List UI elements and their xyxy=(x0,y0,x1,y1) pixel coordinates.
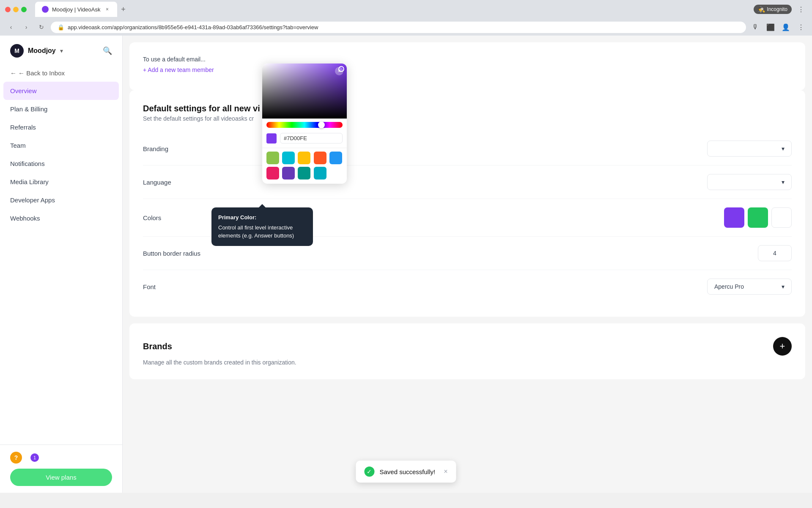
preset-amber[interactable] xyxy=(298,152,310,164)
sidebar-item-team[interactable]: Team xyxy=(0,136,122,155)
new-tab-button[interactable]: + xyxy=(117,3,129,15)
brands-section: Brands + Manage all the custom brands cr… xyxy=(129,323,805,379)
logo-letter: M xyxy=(14,47,19,54)
view-plans-label: View plans xyxy=(46,474,76,481)
forward-button[interactable]: › xyxy=(20,21,32,33)
hex-color-preview xyxy=(266,133,277,144)
color-picker-close-button[interactable]: × xyxy=(335,67,343,75)
app-layout: M Moodjoy ▾ 🔍 ← ← Back to Inbox Overview… xyxy=(0,36,812,493)
add-member-link[interactable]: + Add a new team member xyxy=(143,66,214,73)
branding-chevron-icon: ▾ xyxy=(782,145,785,152)
sidebar-item-team-label: Team xyxy=(10,142,26,149)
hue-slider-container xyxy=(262,119,347,130)
sidebar-item-webhooks[interactable]: Webhooks xyxy=(0,209,122,227)
tab-close-button[interactable]: × xyxy=(104,6,110,13)
back-arrow-icon: ← xyxy=(10,69,16,77)
team-member-section: To use a default email... + Add a new te… xyxy=(129,42,805,90)
color-gradient-canvas[interactable]: × xyxy=(262,64,347,119)
tooltip-body: Control all first level interactive elem… xyxy=(218,224,306,240)
url-bar[interactable]: 🔒 app.videoask.com/app/organizations/8b9… xyxy=(51,22,746,33)
primary-color-swatch[interactable] xyxy=(724,207,744,228)
default-email-text: To use a default email... xyxy=(143,56,792,63)
check-icon: ✓ xyxy=(367,468,372,475)
back-to-inbox-label: ← Back to Inbox xyxy=(18,69,65,77)
border-radius-label: Button border radius xyxy=(143,250,200,257)
preset-blue[interactable] xyxy=(329,152,342,164)
font-chevron-icon: ▾ xyxy=(782,283,785,290)
sidebar-item-overview[interactable]: Overview xyxy=(3,82,119,100)
footer-controls: ? 1 xyxy=(10,452,112,464)
sidebar-item-notifications-label: Notifications xyxy=(10,160,45,167)
preset-pink[interactable] xyxy=(266,167,279,179)
sidebar-item-overview-label: Overview xyxy=(10,87,37,94)
tab-title: Moodjoy | VideoAsk xyxy=(52,6,100,13)
hue-slider-thumb[interactable] xyxy=(318,121,325,128)
sidebar-item-plan-billing[interactable]: Plan & Billing xyxy=(0,100,122,118)
hue-slider[interactable] xyxy=(266,122,343,128)
browser-chrome: Moodjoy | VideoAsk × + 🕵 Incognito ⋮ ‹ ›… xyxy=(0,0,812,36)
toast-message: Saved successfully! xyxy=(379,468,435,475)
cast-button[interactable]: ⬛ xyxy=(765,21,776,33)
font-control: Apercu Pro ▾ xyxy=(707,279,792,295)
tooltip-arrow xyxy=(259,204,266,207)
view-plans-button[interactable]: View plans xyxy=(10,469,112,486)
font-dropdown[interactable]: Apercu Pro ▾ xyxy=(707,279,792,295)
org-dropdown-icon[interactable]: ▾ xyxy=(60,47,63,54)
language-control: ▾ xyxy=(707,174,792,190)
sidebar-item-notifications[interactable]: Notifications xyxy=(0,155,122,173)
branding-label: Branding xyxy=(143,145,168,152)
reload-button[interactable]: ↻ xyxy=(36,21,47,33)
toast-close-button[interactable]: × xyxy=(444,468,447,475)
close-window-button[interactable] xyxy=(5,7,11,12)
tertiary-color-swatch[interactable] xyxy=(771,207,792,228)
notification-badge: 1 xyxy=(30,453,39,462)
back-to-inbox-link[interactable]: ← ← Back to Inbox xyxy=(0,64,122,82)
add-brand-button[interactable]: + xyxy=(773,337,792,356)
hex-input[interactable] xyxy=(280,133,343,144)
search-button[interactable]: 🔍 xyxy=(103,46,112,55)
close-icon: × xyxy=(337,68,340,74)
logo-icon: M xyxy=(10,44,24,58)
preset-deep-orange[interactable] xyxy=(314,152,326,164)
profile-button[interactable]: 👤 xyxy=(780,21,792,33)
sidebar-nav: ← ← Back to Inbox Overview Plan & Billin… xyxy=(0,64,122,444)
back-button[interactable]: ‹ xyxy=(5,21,17,33)
preset-light-blue[interactable] xyxy=(314,167,326,179)
brands-title: Brands xyxy=(143,342,172,351)
toast-success-icon: ✓ xyxy=(364,467,374,477)
main-content: To use a default email... + Add a new te… xyxy=(123,36,812,493)
preset-lime-green[interactable] xyxy=(266,152,279,164)
settings-section-title: Default settings for all new vi xyxy=(143,104,792,113)
border-radius-input[interactable] xyxy=(758,245,792,261)
active-tab[interactable]: Moodjoy | VideoAsk × xyxy=(35,2,117,17)
branding-dropdown[interactable]: ▾ xyxy=(707,141,792,157)
language-dropdown[interactable]: ▾ xyxy=(707,174,792,190)
settings-section: Default settings for all new vi Set the … xyxy=(129,90,805,317)
mic-button[interactable]: 🎙 xyxy=(749,21,761,33)
secondary-color-swatch[interactable] xyxy=(748,207,768,228)
add-brand-icon: + xyxy=(780,341,785,352)
preset-deep-purple[interactable] xyxy=(282,167,295,179)
notification-count: 1 xyxy=(33,455,36,460)
minimize-window-button[interactable] xyxy=(13,7,19,12)
font-row: Font Apercu Pro ▾ xyxy=(143,270,792,303)
branding-row: Branding ▾ xyxy=(143,132,792,166)
preset-teal[interactable] xyxy=(298,167,310,179)
color-picker-popup: × xyxy=(262,64,347,184)
sidebar-item-referrals-label: Referrals xyxy=(10,124,36,131)
colors-control xyxy=(724,207,792,228)
maximize-window-button[interactable] xyxy=(21,7,27,12)
incognito-label: Incognito xyxy=(767,6,787,12)
browser-menu-button[interactable]: ⋮ xyxy=(795,3,807,15)
brands-desc: Manage all the custom brands created in … xyxy=(143,359,792,366)
preset-cyan[interactable] xyxy=(282,152,295,164)
sidebar-item-developer-apps[interactable]: Developer Apps xyxy=(0,191,122,209)
browser-toolbar: Moodjoy | VideoAsk × + 🕵 Incognito ⋮ xyxy=(0,0,812,19)
sidebar-item-media-library[interactable]: Media Library xyxy=(0,173,122,191)
url-text: app.videoask.com/app/organizations/8b955… xyxy=(68,24,318,30)
sidebar-item-webhooks-label: Webhooks xyxy=(10,215,40,222)
help-button[interactable]: ? xyxy=(10,452,22,464)
sidebar-item-referrals[interactable]: Referrals xyxy=(0,118,122,136)
extensions-button[interactable]: ⋮ xyxy=(795,21,807,33)
language-row: Language ▾ xyxy=(143,166,792,199)
